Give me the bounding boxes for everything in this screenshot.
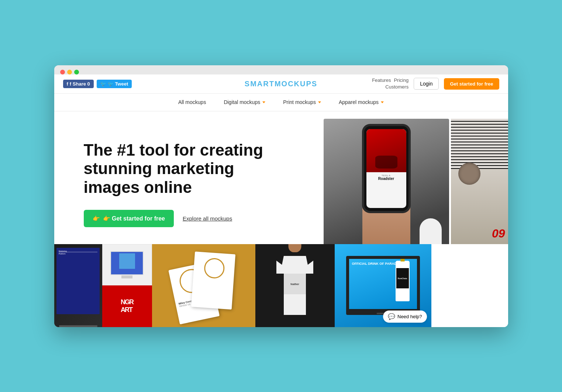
twitter-tweet-button[interactable]: 🐦 🐦 Tweet bbox=[97, 80, 132, 88]
laptop-content-text: MarketingPlatform bbox=[56, 248, 100, 257]
arrow-icon: 👉 bbox=[93, 215, 100, 222]
laptop-screen: MarketingPlatform bbox=[56, 248, 100, 314]
top-bar: f f Share 0 🐦 🐦 Tweet SMARTMOCKUPS Featu… bbox=[54, 74, 508, 94]
hero-title: The #1 tool for creating stunning market… bbox=[84, 141, 276, 197]
facebook-icon: f bbox=[67, 81, 68, 87]
side-image: 09 bbox=[451, 119, 508, 244]
shoe-image bbox=[420, 218, 442, 244]
monitor-screen: OFFICIAL DRINK OF PARADISE RumChata bbox=[349, 259, 417, 309]
imac-mockup[interactable] bbox=[102, 244, 152, 286]
pricing-link[interactable]: Pricing bbox=[394, 77, 408, 84]
person-head bbox=[289, 244, 301, 253]
tshirt-graphic: feather bbox=[282, 274, 308, 294]
hero-mockup-area: TESLA Roadster 09 bbox=[324, 119, 508, 244]
browser-content: f f Share 0 🐦 🐦 Tweet SMARTMOCKUPS Featu… bbox=[54, 74, 508, 327]
tshirt-figure: feather bbox=[271, 249, 319, 322]
imac-screen bbox=[111, 252, 143, 274]
laptop-base bbox=[59, 325, 97, 326]
traffic-light-yellow[interactable] bbox=[67, 70, 72, 74]
login-button[interactable]: Login bbox=[414, 78, 439, 90]
mockup-gallery-grid: MarketingPlatform bbox=[54, 244, 508, 327]
facebook-share-button[interactable]: f f Share 0 bbox=[63, 80, 94, 88]
features-link[interactable]: Features bbox=[372, 77, 391, 84]
laptop-mockup[interactable]: MarketingPlatform bbox=[54, 244, 102, 327]
logo-art-text: NGRART bbox=[121, 298, 133, 314]
facebook-share-label: f Share 0 bbox=[70, 81, 90, 87]
chat-bubble-icon: 💬 bbox=[388, 313, 395, 320]
twitter-tweet-label: 🐦 Tweet bbox=[108, 81, 128, 87]
explore-mockups-link[interactable]: Explore all mockups bbox=[183, 215, 232, 222]
imac-screen-content bbox=[119, 253, 135, 269]
rum-bottle: RumChata bbox=[396, 261, 410, 301]
car-image bbox=[375, 156, 397, 169]
logo-mockup[interactable]: NGRART bbox=[102, 285, 152, 327]
nav-print-mockups[interactable]: Print mockups bbox=[283, 99, 321, 105]
browser-window: f f Share 0 🐦 🐦 Tweet SMARTMOCKUPS Featu… bbox=[54, 65, 508, 327]
phone-body: TESLA Roadster bbox=[364, 126, 408, 211]
phone-model-text: Roadster bbox=[369, 177, 404, 181]
need-help-label: Need help? bbox=[397, 314, 422, 319]
hero-section: The #1 tool for creating stunning market… bbox=[54, 111, 508, 244]
business-card-mockup[interactable]: Miley Corrys Versus co. bbox=[152, 244, 255, 327]
page-number: 09 bbox=[492, 227, 505, 240]
need-help-button[interactable]: 💬 Need help? bbox=[383, 311, 427, 323]
get-started-button-header[interactable]: Get started for free bbox=[444, 78, 499, 90]
drink-text-overlay: OFFICIAL DRINK OF PARADISE bbox=[352, 262, 402, 266]
features-pricing-row: Features Pricing bbox=[372, 77, 408, 84]
nav-all-mockups[interactable]: All mockups bbox=[178, 99, 206, 105]
traffic-light-green[interactable] bbox=[74, 70, 79, 74]
phone-screen-text: TESLA Roadster bbox=[366, 172, 406, 183]
main-nav-bar: All mockups Digital mockups Print mockup… bbox=[54, 94, 508, 111]
card2-design bbox=[193, 251, 235, 285]
top-nav-links: Features Pricing Customers bbox=[372, 77, 408, 90]
social-buttons: f f Share 0 🐦 🐦 Tweet bbox=[63, 80, 132, 88]
nav-digital-mockups[interactable]: Digital mockups bbox=[224, 99, 265, 105]
digital-mockups-arrow bbox=[262, 101, 265, 103]
imac-stand bbox=[121, 275, 132, 278]
customers-link[interactable]: Customers bbox=[385, 84, 408, 90]
get-started-button-hero[interactable]: 👉 👉 Get started for free bbox=[84, 210, 174, 227]
tshirt-mockup[interactable]: feather bbox=[255, 244, 335, 327]
bottle-cap bbox=[400, 259, 404, 261]
stripes-pattern bbox=[451, 119, 508, 169]
right-col: NGRART bbox=[102, 244, 152, 327]
laptop-screen-content: MarketingPlatform bbox=[56, 248, 100, 314]
traffic-lights bbox=[60, 70, 79, 74]
circular-object bbox=[458, 163, 480, 185]
business-card-2 bbox=[191, 251, 235, 309]
monitor-frame: OFFICIAL DRINK OF PARADISE RumChata bbox=[346, 256, 420, 315]
phone-screen: TESLA Roadster bbox=[366, 129, 406, 208]
traffic-light-red[interactable] bbox=[60, 70, 65, 74]
nav-apparel-mockups[interactable]: Apparel mockups bbox=[339, 99, 384, 105]
site-logo[interactable]: SMARTMOCKUPS bbox=[245, 80, 317, 88]
browser-chrome bbox=[54, 65, 508, 74]
print-mockups-arrow bbox=[318, 101, 321, 103]
twitter-icon: 🐦 bbox=[100, 81, 106, 87]
phone-screen-content bbox=[366, 129, 406, 173]
phone-mockup-image: TESLA Roadster bbox=[324, 119, 449, 244]
card2-circle bbox=[203, 257, 225, 279]
imac-assembly bbox=[110, 251, 144, 278]
tshirt-shape: feather bbox=[276, 256, 313, 315]
get-started-label: 👉 Get started for free bbox=[103, 215, 165, 222]
bottle-label: RumChata bbox=[396, 268, 409, 288]
drink-mockup[interactable]: OFFICIAL DRINK OF PARADISE RumChata 💬 bbox=[335, 244, 431, 327]
apparel-mockups-arrow bbox=[381, 101, 384, 103]
imac-display bbox=[110, 251, 144, 275]
